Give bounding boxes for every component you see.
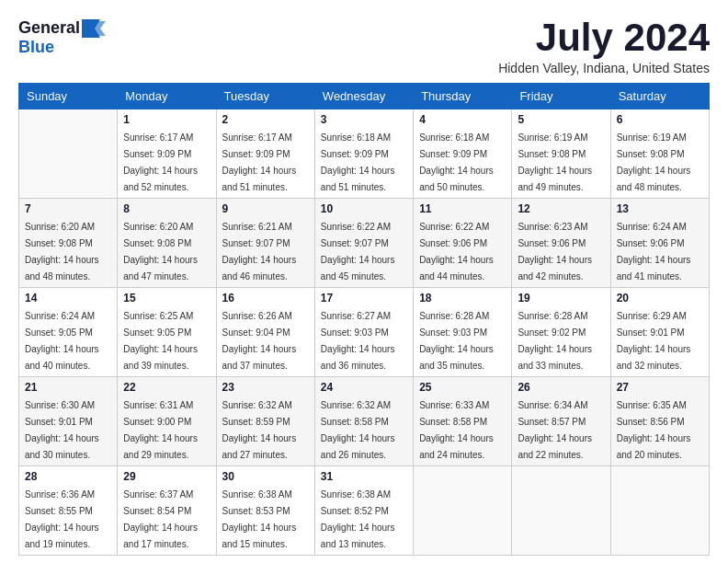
day-number: 16 — [222, 292, 309, 304]
day-number: 3 — [321, 113, 407, 126]
day-info: Sunrise: 6:18 AMSunset: 9:09 PMDaylight:… — [321, 132, 395, 192]
day-info: Sunrise: 6:28 AMSunset: 9:02 PMDaylight:… — [518, 311, 592, 371]
table-row: 7 Sunrise: 6:20 AMSunset: 9:08 PMDayligh… — [19, 199, 118, 288]
table-row: 4 Sunrise: 6:18 AMSunset: 9:09 PMDayligh… — [414, 109, 512, 199]
day-info: Sunrise: 6:20 AMSunset: 9:08 PMDaylight:… — [25, 222, 99, 282]
logo: General Blue — [18, 18, 108, 57]
logo-blue-text: Blue — [18, 38, 54, 56]
day-number: 2 — [222, 113, 309, 126]
calendar-subtitle: Hidden Valley, Indiana, United States — [498, 61, 710, 75]
day-number: 11 — [419, 202, 506, 215]
day-number: 10 — [321, 202, 407, 215]
logo-flag-icon — [82, 19, 108, 38]
table-row: 3 Sunrise: 6:18 AMSunset: 9:09 PMDayligh… — [314, 109, 413, 199]
table-row: 10 Sunrise: 6:22 AMSunset: 9:07 PMDaylig… — [314, 199, 413, 288]
table-row: 17 Sunrise: 6:27 AMSunset: 9:03 PMDaylig… — [314, 288, 413, 377]
day-info: Sunrise: 6:26 AMSunset: 9:04 PMDaylight:… — [222, 311, 297, 371]
table-row: 30 Sunrise: 6:38 AMSunset: 8:53 PMDaylig… — [216, 466, 314, 556]
day-number: 14 — [25, 292, 111, 304]
table-row: 23 Sunrise: 6:32 AMSunset: 8:59 PMDaylig… — [216, 377, 314, 466]
table-row — [610, 466, 709, 556]
day-info: Sunrise: 6:37 AMSunset: 8:54 PMDaylight:… — [123, 489, 198, 549]
day-number: 15 — [123, 292, 210, 304]
day-number: 7 — [25, 202, 111, 215]
day-number: 19 — [518, 292, 604, 304]
day-info: Sunrise: 6:22 AMSunset: 9:07 PMDaylight:… — [321, 222, 395, 282]
table-row: 1 Sunrise: 6:17 AMSunset: 9:09 PMDayligh… — [118, 109, 216, 199]
day-info: Sunrise: 6:29 AMSunset: 9:01 PMDaylight:… — [617, 311, 691, 371]
day-number: 13 — [617, 202, 703, 215]
table-row: 26 Sunrise: 6:34 AMSunset: 8:57 PMDaylig… — [512, 377, 610, 466]
day-info: Sunrise: 6:17 AMSunset: 9:09 PMDaylight:… — [123, 132, 198, 192]
day-number: 26 — [518, 381, 604, 394]
day-info: Sunrise: 6:38 AMSunset: 8:53 PMDaylight:… — [222, 489, 297, 549]
day-info: Sunrise: 6:24 AMSunset: 9:05 PMDaylight:… — [25, 311, 99, 371]
table-row: 24 Sunrise: 6:32 AMSunset: 8:58 PMDaylig… — [314, 377, 413, 466]
day-info: Sunrise: 6:38 AMSunset: 8:52 PMDaylight:… — [321, 489, 395, 549]
day-number: 30 — [222, 470, 309, 483]
table-row: 27 Sunrise: 6:35 AMSunset: 8:56 PMDaylig… — [610, 377, 709, 466]
day-info: Sunrise: 6:24 AMSunset: 9:06 PMDaylight:… — [617, 222, 691, 282]
table-row: 22 Sunrise: 6:31 AMSunset: 9:00 PMDaylig… — [118, 377, 216, 466]
day-number: 9 — [222, 202, 309, 215]
day-info: Sunrise: 6:25 AMSunset: 9:05 PMDaylight:… — [123, 311, 198, 371]
day-number: 1 — [123, 113, 210, 126]
table-row: 8 Sunrise: 6:20 AMSunset: 9:08 PMDayligh… — [118, 199, 216, 288]
day-number: 24 — [321, 381, 407, 394]
title-area: July 2024 Hidden Valley, Indiana, United… — [498, 18, 710, 75]
day-number: 4 — [419, 113, 506, 126]
table-row — [414, 466, 512, 556]
calendar-title: July 2024 — [498, 18, 710, 57]
day-number: 27 — [617, 381, 703, 394]
logo-general-text: General — [18, 18, 80, 38]
table-row: 2 Sunrise: 6:17 AMSunset: 9:09 PMDayligh… — [216, 109, 314, 199]
calendar-header-row: Sunday Monday Tuesday Wednesday Thursday… — [19, 84, 710, 109]
table-row: 19 Sunrise: 6:28 AMSunset: 9:02 PMDaylig… — [512, 288, 610, 377]
table-row: 16 Sunrise: 6:26 AMSunset: 9:04 PMDaylig… — [216, 288, 314, 377]
table-row — [19, 109, 118, 199]
table-row: 31 Sunrise: 6:38 AMSunset: 8:52 PMDaylig… — [314, 466, 413, 556]
table-row: 20 Sunrise: 6:29 AMSunset: 9:01 PMDaylig… — [610, 288, 709, 377]
svg-marker-1 — [95, 21, 106, 36]
table-row: 15 Sunrise: 6:25 AMSunset: 9:05 PMDaylig… — [118, 288, 216, 377]
day-number: 12 — [518, 202, 604, 215]
day-info: Sunrise: 6:17 AMSunset: 9:09 PMDaylight:… — [222, 132, 297, 192]
day-info: Sunrise: 6:23 AMSunset: 9:06 PMDaylight:… — [518, 222, 592, 282]
table-row: 9 Sunrise: 6:21 AMSunset: 9:07 PMDayligh… — [216, 199, 314, 288]
calendar-table: Sunday Monday Tuesday Wednesday Thursday… — [18, 83, 710, 556]
col-friday: Friday — [512, 84, 610, 109]
day-info: Sunrise: 6:18 AMSunset: 9:09 PMDaylight:… — [419, 132, 494, 192]
table-row: 11 Sunrise: 6:22 AMSunset: 9:06 PMDaylig… — [414, 199, 512, 288]
day-number: 8 — [123, 202, 210, 215]
day-info: Sunrise: 6:32 AMSunset: 8:59 PMDaylight:… — [222, 400, 297, 460]
day-info: Sunrise: 6:35 AMSunset: 8:56 PMDaylight:… — [617, 400, 691, 460]
day-info: Sunrise: 6:28 AMSunset: 9:03 PMDaylight:… — [419, 311, 494, 371]
day-number: 22 — [123, 381, 210, 394]
col-saturday: Saturday — [610, 84, 709, 109]
day-number: 31 — [321, 470, 407, 483]
col-wednesday: Wednesday — [314, 84, 413, 109]
table-row: 21 Sunrise: 6:30 AMSunset: 9:01 PMDaylig… — [19, 377, 118, 466]
day-info: Sunrise: 6:22 AMSunset: 9:06 PMDaylight:… — [419, 222, 494, 282]
table-row: 29 Sunrise: 6:37 AMSunset: 8:54 PMDaylig… — [118, 466, 216, 556]
day-number: 6 — [617, 113, 703, 126]
day-number: 20 — [617, 292, 703, 304]
day-number: 28 — [25, 470, 111, 483]
table-row: 18 Sunrise: 6:28 AMSunset: 9:03 PMDaylig… — [414, 288, 512, 377]
col-sunday: Sunday — [19, 84, 118, 109]
day-info: Sunrise: 6:27 AMSunset: 9:03 PMDaylight:… — [321, 311, 395, 371]
day-info: Sunrise: 6:32 AMSunset: 8:58 PMDaylight:… — [321, 400, 395, 460]
day-info: Sunrise: 6:31 AMSunset: 9:00 PMDaylight:… — [123, 400, 198, 460]
day-info: Sunrise: 6:36 AMSunset: 8:55 PMDaylight:… — [25, 489, 99, 549]
table-row: 5 Sunrise: 6:19 AMSunset: 9:08 PMDayligh… — [512, 109, 610, 199]
day-number: 17 — [321, 292, 407, 304]
table-row: 6 Sunrise: 6:19 AMSunset: 9:08 PMDayligh… — [610, 109, 709, 199]
col-monday: Monday — [118, 84, 216, 109]
table-row — [512, 466, 610, 556]
table-row: 12 Sunrise: 6:23 AMSunset: 9:06 PMDaylig… — [512, 199, 610, 288]
table-row: 25 Sunrise: 6:33 AMSunset: 8:58 PMDaylig… — [414, 377, 512, 466]
day-info: Sunrise: 6:19 AMSunset: 9:08 PMDaylight:… — [617, 132, 691, 192]
day-info: Sunrise: 6:33 AMSunset: 8:58 PMDaylight:… — [419, 400, 494, 460]
day-number: 21 — [25, 381, 111, 394]
table-row: 14 Sunrise: 6:24 AMSunset: 9:05 PMDaylig… — [19, 288, 118, 377]
